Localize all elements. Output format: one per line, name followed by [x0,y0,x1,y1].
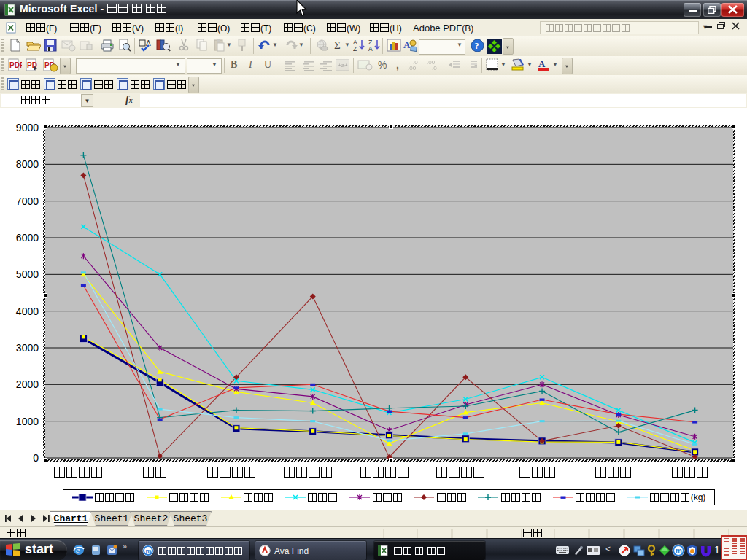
svg-text:?: ? [475,41,479,51]
svg-text:A: A [403,39,411,50]
svg-text:e: e [76,545,80,554]
svg-text:m: m [146,548,152,555]
svg-text:m: m [676,547,682,555]
svg-text:.00: .00 [408,65,417,71]
svg-text:PDF: PDF [9,61,22,69]
svg-text:Σ: Σ [334,39,341,51]
svg-text:+a+: +a+ [338,62,348,69]
svg-text:A: A [368,45,373,52]
svg-text:A: A [538,58,546,69]
svg-text:Z: Z [353,45,357,52]
svg-text:→.0: →.0 [426,65,437,71]
